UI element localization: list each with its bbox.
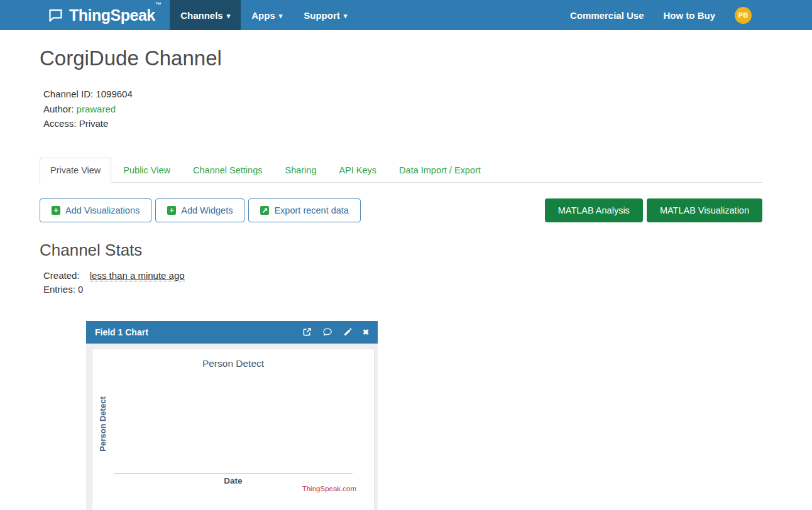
- external-link-icon[interactable]: [302, 327, 312, 337]
- created-row: Created: less than a minute ago: [43, 269, 762, 283]
- nav-channels[interactable]: Channels ▾: [170, 0, 241, 30]
- thingspeak-watermark: ThingSpeak.com: [302, 485, 356, 492]
- access-label: Access:: [43, 118, 77, 129]
- nav-commercial-use[interactable]: Commercial Use: [570, 10, 644, 21]
- comment-icon[interactable]: [322, 327, 332, 337]
- close-icon[interactable]: ✖: [363, 328, 369, 337]
- nav-support[interactable]: Support ▾: [293, 0, 358, 30]
- export-recent-data-label: Export recent data: [274, 205, 349, 215]
- author-row: Author: prawared: [43, 102, 762, 117]
- entries-row: Entries: 0: [43, 283, 762, 297]
- caret-down-icon: ▾: [344, 13, 348, 19]
- nav-channels-label: Channels: [180, 10, 223, 21]
- nav-how-to-buy[interactable]: How to Buy: [664, 10, 716, 21]
- channel-tabs: Private View Public View Channel Setting…: [40, 158, 762, 183]
- plus-square-icon: +: [167, 206, 176, 215]
- navbar-right: Commercial Use How to Buy PB: [570, 0, 812, 30]
- plus-square-icon: +: [52, 206, 60, 215]
- caret-down-icon: ▾: [227, 13, 231, 19]
- chart-x-axis-label: Date: [92, 476, 374, 486]
- channel-stats: Created: less than a minute ago Entries:…: [43, 269, 762, 297]
- toolbar-left: + Add Visualizations + Add Widgets ↗ Exp…: [40, 198, 361, 222]
- add-widgets-button[interactable]: + Add Widgets: [155, 198, 244, 222]
- matlab-analysis-button[interactable]: MATLAB Analysis: [545, 198, 643, 222]
- author-link[interactable]: prawared: [77, 104, 116, 114]
- tab-data-import-export[interactable]: Data Import / Export: [388, 158, 491, 183]
- author-label: Author:: [43, 104, 74, 114]
- channel-info: Channel ID: 1099604 Author: prawared Acc…: [43, 87, 762, 131]
- field1-chart-actions: ✖: [302, 327, 369, 337]
- channel-stats-heading: Channel Stats: [40, 241, 762, 260]
- channel-id-label: Channel ID:: [43, 89, 93, 99]
- created-label: Created:: [43, 270, 80, 281]
- toolbar-right: MATLAB Analysis MATLAB Visualization: [545, 198, 762, 222]
- access-row: Access: Private: [43, 116, 762, 131]
- nav-support-label: Support: [304, 10, 340, 21]
- thingspeak-logo[interactable]: ThingSpeak™: [47, 0, 161, 30]
- channel-id-row: Channel ID: 1099604: [43, 87, 762, 102]
- field1-chart-header: Field 1 Chart: [86, 321, 378, 344]
- tab-private-view[interactable]: Private View: [40, 158, 111, 183]
- field1-chart-title: Field 1 Chart: [95, 327, 148, 337]
- trademark-symbol: ™: [155, 1, 162, 8]
- field1-chart-body: Person Detect Person Detect Date ThingSp…: [86, 344, 378, 510]
- navbar-left: ThingSpeak™ Channels ▾ Apps ▾ Support ▾: [0, 0, 358, 30]
- tab-public-view[interactable]: Public View: [112, 158, 181, 183]
- matlab-visualization-button[interactable]: MATLAB Visualization: [647, 198, 762, 222]
- field1-chart-card: Field 1 Chart: [86, 321, 378, 510]
- chart-x-axis-line: [114, 473, 353, 474]
- entries-value: 0: [78, 284, 83, 295]
- created-value[interactable]: less than a minute ago: [90, 270, 185, 281]
- add-visualizations-label: Add Visualizations: [65, 205, 140, 215]
- page-title: CorgiDude Channel: [40, 46, 762, 70]
- access-value: Private: [79, 118, 109, 129]
- tab-sharing[interactable]: Sharing: [274, 158, 327, 183]
- speech-bubble-logo-icon: [47, 7, 64, 24]
- chart-y-axis-label: Person Detect: [98, 396, 107, 451]
- external-link-square-icon: ↗: [260, 206, 269, 215]
- caret-down-icon: ▾: [279, 13, 283, 19]
- edit-pencil-icon[interactable]: [343, 328, 352, 337]
- tab-api-keys[interactable]: API Keys: [328, 158, 387, 183]
- field1-chart-plot: Person Detect Person Detect Date ThingSp…: [92, 349, 375, 510]
- nav-apps[interactable]: Apps ▾: [241, 0, 293, 30]
- add-visualizations-button[interactable]: + Add Visualizations: [40, 198, 151, 222]
- brand-name: ThingSpeak™: [69, 6, 161, 24]
- main-content: CorgiDude Channel Channel ID: 1099604 Au…: [40, 46, 762, 510]
- nav-apps-label: Apps: [251, 10, 275, 21]
- chart-title: Person Detect: [92, 358, 374, 369]
- user-avatar[interactable]: PB: [735, 7, 752, 24]
- channel-id-value: 1099604: [96, 89, 132, 99]
- entries-label: Entries:: [43, 284, 75, 295]
- top-navbar: ThingSpeak™ Channels ▾ Apps ▾ Support ▾ …: [0, 0, 812, 30]
- toolbar: + Add Visualizations + Add Widgets ↗ Exp…: [40, 198, 762, 222]
- tab-channel-settings[interactable]: Channel Settings: [182, 158, 273, 183]
- export-recent-data-button[interactable]: ↗ Export recent data: [248, 198, 361, 222]
- add-widgets-label: Add Widgets: [181, 205, 233, 215]
